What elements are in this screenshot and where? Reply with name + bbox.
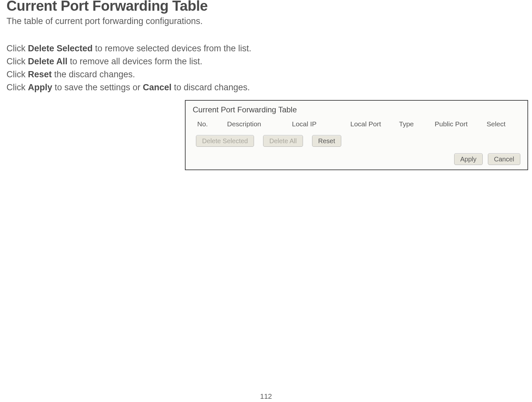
- page-title: Current Port Forwarding Table: [6, 0, 526, 14]
- text-fragment: Click: [6, 57, 28, 66]
- top-button-row: Delete Selected Delete All Reset: [196, 135, 520, 147]
- instruction-delete-all: Click Delete All to remove all devices f…: [6, 56, 526, 68]
- col-header-description: Description: [227, 120, 292, 128]
- instruction-apply-cancel: Click Apply to save the settings or Canc…: [6, 82, 526, 94]
- cancel-button[interactable]: Cancel: [488, 153, 520, 165]
- text-fragment: Click: [6, 82, 28, 92]
- bottom-button-row: Apply Cancel: [454, 153, 520, 165]
- text-fragment: to save the settings or: [52, 82, 143, 92]
- page-number: 112: [260, 392, 272, 401]
- text-fragment: Click: [6, 44, 28, 53]
- bold-reset: Reset: [28, 69, 52, 79]
- col-header-local-port: Local Port: [350, 120, 399, 128]
- col-header-local-ip: Local IP: [292, 120, 350, 128]
- instructions-block: Click Delete Selected to remove selected…: [6, 43, 526, 94]
- apply-button[interactable]: Apply: [454, 153, 483, 165]
- delete-all-button[interactable]: Delete All: [263, 135, 303, 147]
- page-subtitle: The table of current port forwarding con…: [6, 16, 526, 26]
- col-header-select: Select: [487, 120, 516, 128]
- reset-button[interactable]: Reset: [312, 135, 341, 147]
- text-fragment: the discard changes.: [52, 69, 135, 79]
- bold-delete-selected: Delete Selected: [28, 44, 93, 53]
- instruction-delete-selected: Click Delete Selected to remove selected…: [6, 43, 526, 55]
- panel-title: Current Port Forwarding Table: [193, 105, 520, 114]
- col-header-no: No.: [197, 120, 227, 128]
- text-fragment: to remove all devices form the list.: [67, 57, 202, 66]
- instruction-reset: Click Reset the discard changes.: [6, 69, 526, 81]
- bold-delete-all: Delete All: [28, 57, 67, 66]
- delete-selected-button[interactable]: Delete Selected: [196, 135, 254, 147]
- text-fragment: to discard changes.: [172, 82, 250, 92]
- text-fragment: to remove selected devices from the list…: [93, 44, 251, 53]
- text-fragment: Click: [6, 69, 28, 79]
- bold-cancel: Cancel: [143, 82, 172, 92]
- bold-apply: Apply: [28, 82, 52, 92]
- col-header-type: Type: [399, 120, 435, 128]
- port-forwarding-panel: Current Port Forwarding Table No. Descri…: [185, 100, 528, 170]
- col-header-public-port: Public Port: [435, 120, 487, 128]
- table-header-row: No. Description Local IP Local Port Type…: [197, 120, 520, 128]
